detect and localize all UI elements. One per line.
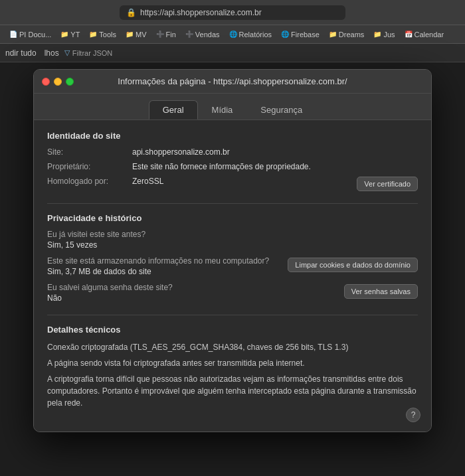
bookmark-firebase[interactable]: 🌐 Firebase bbox=[277, 29, 324, 40]
divider-1 bbox=[47, 203, 418, 204]
bookmark-relatorios[interactable]: 🌐 Relatórios bbox=[225, 29, 276, 40]
privacy-section: Privacidade e histórico Eu já visitei es… bbox=[47, 213, 418, 303]
owner-value: Este site não fornece informações de pro… bbox=[132, 162, 418, 171]
filter-icon: ▽ bbox=[64, 48, 70, 57]
filter-label: Filtrar JSON bbox=[72, 49, 113, 57]
bookmark-vendas[interactable]: ➕ Vendas bbox=[181, 29, 224, 40]
technical-title: Detalhes técnicos bbox=[47, 325, 418, 335]
bookmark-icon-pi: 📄 bbox=[9, 31, 17, 38]
tech-line1: Conexão criptografada (TLS_AES_256_GCM_S… bbox=[47, 341, 418, 353]
clear-cookies-button[interactable]: Limpar cookies e dados do domínio bbox=[288, 258, 418, 272]
storing-value: Sim, 3,7 MB de dados do site bbox=[47, 267, 280, 276]
bookmark-icon-tools: 📁 bbox=[89, 31, 97, 38]
bookmarks-bar: 📄 PI Docu... 📁 YT 📁 Tools 📁 MV ➕ Fin ➕ V… bbox=[0, 25, 465, 44]
saved-label: Eu salvei alguma senha deste site? bbox=[47, 283, 336, 292]
lock-icon: 🔒 bbox=[126, 8, 136, 17]
visited-left: Eu já visitei este site antes? Sim, 15 v… bbox=[47, 230, 418, 250]
address-input[interactable]: 🔒 https://api.shoppersonalize.com.br bbox=[120, 5, 345, 20]
modal-title: Informações da página - https://api.shop… bbox=[118, 76, 347, 86]
address-text: https://api.shoppersonalize.com.br bbox=[140, 8, 262, 17]
bookmark-icon-relatorios: 🌐 bbox=[229, 31, 237, 38]
bookmark-yt[interactable]: 📁 YT bbox=[56, 29, 84, 40]
bookmark-icon-jus: 📁 bbox=[373, 31, 381, 38]
site-row: Site: api.shoppersonalize.com.br bbox=[47, 147, 418, 157]
visited-value: Sim, 15 vezes bbox=[47, 240, 418, 250]
bookmark-fin[interactable]: ➕ Fin bbox=[152, 29, 180, 40]
endorsed-label: Homologado por: bbox=[47, 177, 127, 186]
privacy-title: Privacidade e histórico bbox=[47, 213, 418, 223]
bookmark-dreams[interactable]: 📁 Dreams bbox=[325, 29, 369, 40]
divider-2 bbox=[47, 315, 418, 315]
help-button[interactable]: ? bbox=[406, 408, 420, 422]
devtools-left-label: lhos bbox=[45, 48, 59, 58]
page-area: Informações da página - https://api.shop… bbox=[0, 62, 465, 476]
saved-right: Ver senhas salvas bbox=[344, 283, 418, 299]
modal-titlebar: Informações da página - https://api.shop… bbox=[34, 70, 431, 94]
bookmark-icon-vendas: ➕ bbox=[185, 31, 193, 38]
close-button[interactable] bbox=[42, 78, 50, 86]
visited-row: Eu já visitei este site antes? Sim, 15 v… bbox=[47, 230, 418, 250]
endorsed-row: Homologado por: ZeroSSL Ver certificado bbox=[47, 177, 418, 191]
owner-row: Proprietário: Este site não fornece info… bbox=[47, 162, 418, 171]
site-value: api.shoppersonalize.com.br bbox=[132, 147, 418, 157]
devtools-header: ndir tudo lhos ▽ Filtrar JSON bbox=[0, 44, 465, 62]
bookmark-mv[interactable]: 📁 MV bbox=[122, 29, 151, 40]
tab-geral[interactable]: Geral bbox=[149, 100, 198, 119]
visited-label: Eu já visitei este site antes? bbox=[47, 230, 418, 239]
bookmark-pi-doc[interactable]: 📄 PI Docu... bbox=[5, 29, 55, 40]
browser-address-bar: 🔒 https://api.shoppersonalize.com.br bbox=[0, 0, 465, 25]
modal-content: Identidade do site Site: api.shoppersona… bbox=[34, 120, 431, 432]
bookmark-icon-firebase: 🌐 bbox=[281, 31, 289, 38]
maximize-button[interactable] bbox=[66, 78, 74, 86]
bookmark-icon-yt: 📁 bbox=[60, 31, 68, 38]
bookmark-jus[interactable]: 📁 Jus bbox=[369, 29, 399, 40]
site-info-modal: Informações da página - https://api.shop… bbox=[33, 69, 432, 432]
view-cert-button[interactable]: Ver certificado bbox=[357, 177, 418, 191]
tech-line2: A página sendo vista foi criptografada a… bbox=[47, 357, 418, 369]
technical-section: Detalhes técnicos Conexão criptografada … bbox=[47, 325, 418, 409]
minimize-button[interactable] bbox=[54, 78, 62, 86]
bookmark-icon-dreams: 📁 bbox=[329, 31, 337, 38]
storing-right: Limpar cookies e dados do domínio bbox=[288, 256, 418, 272]
view-passwords-button[interactable]: Ver senhas salvas bbox=[344, 284, 418, 299]
identity-section: Identidade do site Site: api.shoppersona… bbox=[47, 131, 418, 191]
bookmark-icon-mv: 📁 bbox=[126, 31, 134, 38]
devtools-label[interactable]: ndir tudo bbox=[5, 48, 37, 58]
site-label: Site: bbox=[47, 147, 127, 157]
traffic-lights bbox=[42, 78, 74, 86]
bookmark-tools[interactable]: 📁 Tools bbox=[85, 29, 120, 40]
storing-label: Este site está armazenando informações n… bbox=[47, 256, 280, 266]
saved-left: Eu salvei alguma senha deste site? Não bbox=[47, 283, 336, 303]
devtools-filter[interactable]: ▽ Filtrar JSON bbox=[64, 48, 113, 57]
saved-password-row: Eu salvei alguma senha deste site? Não V… bbox=[47, 283, 418, 303]
modal-tabs: Geral Mídia Segurança bbox=[34, 94, 431, 120]
owner-label: Proprietário: bbox=[47, 162, 127, 171]
identity-title: Identidade do site bbox=[47, 131, 418, 141]
storing-left: Este site está armazenando informações n… bbox=[47, 256, 280, 276]
tab-seguranca[interactable]: Segurança bbox=[246, 100, 316, 119]
bookmark-icon-fin: ➕ bbox=[156, 31, 164, 38]
tech-line3: A criptografia torna difícil que pessoas… bbox=[47, 373, 418, 409]
endorsed-value: ZeroSSL bbox=[132, 177, 351, 186]
bookmark-calendar[interactable]: 📅 Calendar bbox=[401, 29, 448, 40]
tab-midia[interactable]: Mídia bbox=[198, 100, 247, 119]
storing-row: Este site está armazenando informações n… bbox=[47, 256, 418, 276]
saved-value: Não bbox=[47, 293, 336, 303]
bookmark-icon-calendar: 📅 bbox=[405, 31, 413, 38]
